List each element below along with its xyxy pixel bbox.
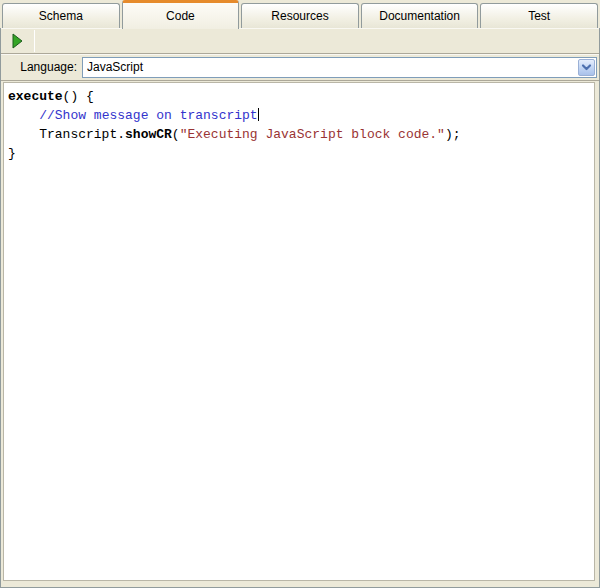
code-line: } [8,144,590,163]
tab-content-pane: Language: JavaScript execute() { //Show … [0,27,600,588]
code-segment-string: "Executing JavaScript block code." [180,127,445,142]
language-label: Language: [1,60,82,74]
play-icon [11,33,24,49]
language-combobox-dropdown-button[interactable] [578,59,595,76]
code-line: Transcript.showCR("Executing JavaScript … [8,125,590,144]
code-segment-comment: //Show message on transcript [39,108,257,123]
code-segment-plain: } [8,146,16,161]
code-segment-plain: () { [63,89,94,104]
language-combobox[interactable]: JavaScript [82,57,597,78]
code-segment-plain: ); [445,127,461,142]
code-tab-window: { "tabs": [ { "label": "Schema", "select… [0,0,600,588]
tab-resources[interactable]: Resources [241,3,359,28]
tab-code[interactable]: Code [122,0,240,29]
code-segment-keyword: showCR [125,127,172,142]
tab-bar: SchemaCodeResourcesDocumentationTest [0,0,600,28]
tab-documentation[interactable]: Documentation [361,3,479,28]
code-segment-plain: Transcript. [8,127,125,142]
code-line: execute() { [8,87,590,106]
toolbar-separator [34,30,35,52]
chevron-down-icon [581,63,592,72]
code-editor[interactable]: execute() { //Show message on transcript… [3,82,595,581]
run-button[interactable] [4,30,30,52]
language-combobox-value: JavaScript [83,60,577,74]
language-row: Language: JavaScript [1,54,599,81]
code-segment-plain: ( [172,127,180,142]
code-segment-plain [8,108,39,123]
code-line: //Show message on transcript [8,106,590,125]
toolbar [1,28,599,54]
text-caret [258,108,259,121]
tab-schema[interactable]: Schema [2,3,120,28]
tab-test[interactable]: Test [480,3,598,28]
code-segment-keyword: execute [8,89,63,104]
